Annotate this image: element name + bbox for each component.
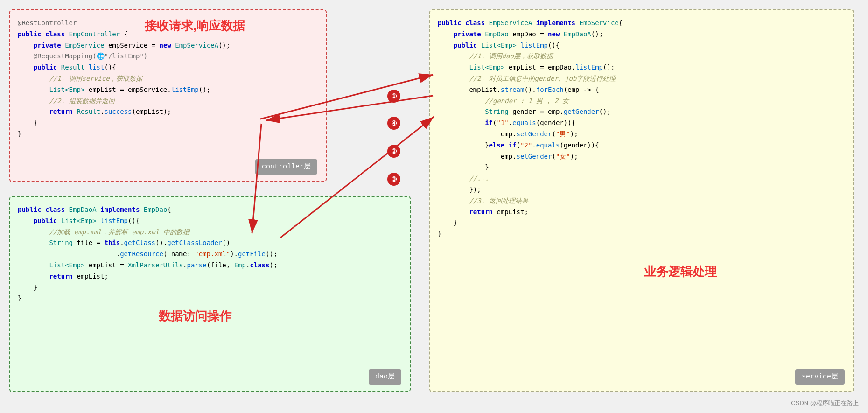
number-1: ① [387, 90, 400, 103]
code-line: private EmpService empService = new EmpS… [18, 40, 318, 51]
controller-panel: @RestController public class EmpControll… [9, 9, 327, 182]
comment-line: //3. 返回处理结果 [438, 196, 846, 207]
code-line: @RequestMapping(🌐"/listEmp") [18, 51, 318, 62]
watermark: CSDN @程序喵正在路上 [791, 399, 859, 407]
code-line: return empList; [438, 207, 846, 218]
code-line: List<Emp> empList = XmlParserUtils.parse… [18, 260, 402, 271]
controller-title: 接收请求,响应数据 [145, 18, 245, 34]
controller-badge: controller层 [255, 159, 317, 175]
code-line: String file = this.getClass().getClassLo… [18, 238, 402, 249]
number-3: ③ [387, 173, 400, 186]
comment-line: //... [438, 173, 846, 184]
code-line: public List<Emp> listEmp(){ [438, 40, 846, 51]
code-line: }); [438, 184, 846, 196]
number-4: ④ [387, 117, 400, 130]
code-line: private EmpDao empDao = new EmpDaoA(); [438, 29, 846, 40]
dao-badge: dao层 [369, 369, 401, 385]
comment-line: //1. 调用service，获取数据 [18, 73, 318, 84]
code-line: emp.setGender("女"); [438, 151, 846, 162]
code-line: } [18, 293, 402, 304]
comment-line: //加载 emp.xml，并解析 emp.xml 中的数据 [18, 227, 402, 238]
code-line: empList.stream().forEach(emp -> { [438, 84, 846, 96]
comment-line: //2. 组装数据并返回 [18, 96, 318, 107]
code-line: } [18, 129, 318, 140]
code-line: List<Emp> empList = empDao.listEmp(); [438, 62, 846, 73]
code-line: } [18, 118, 318, 129]
code-line: .getResource( name: "emp.xml").getFile()… [18, 249, 402, 260]
code-line: } [438, 217, 846, 229]
comment-line: //2. 对员工信息中的gender、job字段进行处理 [438, 73, 846, 84]
code-line: }else if("2".equals(gender)){ [438, 140, 846, 151]
code-line: } [438, 162, 846, 173]
dao-title: 数据访问操作 [159, 308, 231, 324]
code-line: return Result.success(empList); [18, 106, 318, 118]
number-2: ② [387, 145, 400, 158]
code-line: } [18, 282, 402, 294]
code-line: public Result list(){ [18, 62, 318, 73]
dao-panel: public class EmpDaoA implements EmpDao{ … [9, 196, 411, 392]
service-title: 业务逻辑处理 [644, 264, 717, 280]
code-line: } [438, 229, 846, 240]
code-line: if("1".equals(gender)){ [438, 118, 846, 129]
code-line: public class EmpServiceA implements EmpS… [438, 18, 846, 29]
code-line: public List<Emp> listEmp(){ [18, 216, 402, 227]
code-line: public class EmpDaoA implements EmpDao{ [18, 204, 402, 216]
comment-line: //gender : 1 男 , 2 女 [438, 96, 846, 107]
main-container: @RestController public class EmpControll… [0, 0, 868, 413]
code-line: List<Emp> empList = empService.listEmp()… [18, 84, 318, 96]
code-line: return empList; [18, 271, 402, 282]
service-panel: public class EmpServiceA implements EmpS… [429, 9, 854, 392]
code-line: String gender = emp.getGender(); [438, 106, 846, 118]
service-badge: service层 [795, 369, 845, 385]
comment-line: //1. 调用dao层，获取数据 [438, 51, 846, 62]
code-line: emp.setGender("男"); [438, 129, 846, 140]
